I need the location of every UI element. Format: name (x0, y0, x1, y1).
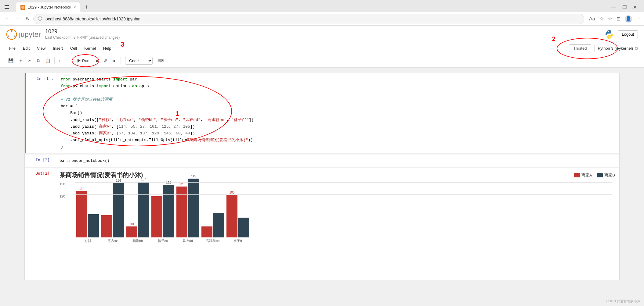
toolbar-sep2 (72, 57, 72, 64)
copy-btn[interactable]: ⧉ (35, 57, 42, 65)
toolbar-sep1 (54, 57, 55, 64)
y-label-150: 150 (60, 182, 65, 186)
run-btn[interactable]: Run (74, 57, 93, 65)
code-line-8: .add_yaxis("商家B", [57, 134, 137, 129, 14… (61, 130, 615, 137)
more-btn[interactable]: ··· (636, 16, 640, 22)
cell-1[interactable]: 1 In [1]: from pyecharts.charts import B… (25, 73, 619, 153)
logout-btn[interactable]: Logout (618, 30, 638, 38)
back-btn[interactable]: ← (4, 14, 12, 23)
new-tab-btn[interactable]: + (82, 4, 91, 11)
jupyter-brand: jupyter (19, 30, 41, 39)
output-content: 某商场销售情况(爱看书的小沐) 商家A 商家B (55, 168, 619, 258)
favorites-icon[interactable]: ☆ (599, 16, 604, 22)
svg-point-2 (8, 35, 9, 37)
tab-favicon (20, 5, 25, 10)
bar-group-6: 高跟鞋ee (201, 212, 224, 243)
code-line-4: bar = ( (61, 103, 615, 110)
legend-color-b (597, 173, 603, 177)
code-line-3: # V1 版本开始支持链式调用 (61, 96, 615, 103)
code-line-1: from pyecharts.charts import Bar (61, 76, 615, 83)
code-line-7: .add_yaxis("商家A", [114, 55, 27, 101, 125… (61, 123, 615, 130)
move-up-btn[interactable]: ↑ (56, 57, 63, 65)
forward-btn[interactable]: → (14, 14, 22, 23)
add-cell-btn[interactable]: ＋ (16, 56, 25, 65)
kernel-name: Python 3 (ipykernel) (598, 46, 633, 51)
kernel-status-circle (635, 47, 638, 50)
minimize-btn[interactable]: — (611, 4, 616, 10)
cell-prompt-1: In [1]: (26, 73, 56, 153)
menu-edit[interactable]: Edit (20, 45, 33, 52)
window-sidebar-btn[interactable] (2, 3, 11, 11)
bar-group-4: 129 裤子cc (151, 181, 174, 243)
save-btn[interactable]: 💾 (6, 57, 16, 65)
stop-btn[interactable]: ■ (94, 57, 100, 65)
restart-btn[interactable]: ↺ (101, 57, 109, 65)
menu-view[interactable]: View (34, 45, 49, 52)
code-line-5: Bar() (61, 110, 615, 116)
cell-2[interactable]: In [2]: bar.render_notebook() (25, 155, 619, 167)
menu-kernel[interactable]: Kernel (81, 45, 99, 52)
toolbar-sep3 (121, 57, 121, 64)
notebook-wrapper: 1 In [1]: from pyecharts.charts import B… (24, 73, 620, 280)
tab-close-btn[interactable]: × (74, 5, 76, 9)
svg-point-3 (14, 35, 16, 37)
chart-legend: 商家A 商家B (574, 173, 615, 178)
y-label-120: 120 (60, 194, 65, 198)
cell-output: Out[2]: 某商场销售情况(爱看书的小沐) 商家A 商家B (25, 168, 619, 258)
kernel-info: Python 3 (ipykernel) (598, 46, 638, 51)
tab-title: 1029 - Jupyter Notebook (28, 5, 71, 9)
run-label: Run (82, 59, 89, 63)
legend-color-a (574, 173, 580, 177)
code-line-blank (61, 90, 615, 96)
annotation-3: 3 (121, 41, 124, 48)
menu-insert[interactable]: Insert (50, 45, 66, 52)
bar-group-1: 114 衬衫 (76, 187, 99, 243)
reader-icon[interactable]: Aa (589, 16, 595, 22)
code-line-9: .set_global_opts(title_opts=opts.TitleOp… (61, 137, 615, 144)
refresh-btn[interactable]: ↻ (24, 15, 31, 23)
trusted-btn[interactable]: Trusted (569, 44, 592, 52)
checkpoint-info: Last Checkpoint: 3 分钟前 (unsaved changes) (45, 35, 120, 40)
cell-input-1[interactable]: from pyecharts.charts import Bar from py… (56, 73, 619, 153)
notebook-name[interactable]: 1029 (45, 28, 57, 34)
menu-file[interactable]: File (6, 45, 19, 52)
collection-icon[interactable]: ⊡ (617, 16, 620, 22)
cell-input-2[interactable]: bar.render_notebook() (55, 155, 619, 167)
kernel-separator (594, 45, 595, 52)
svg-point-1 (11, 30, 13, 32)
ssl-icon: ⓘ (38, 16, 42, 22)
bar-chart: 150 120 114 (60, 182, 615, 255)
code-line-10: ) (61, 144, 615, 150)
annotation-2-label: 2 (552, 35, 555, 42)
run-triangle-icon (78, 59, 81, 62)
legend-label-b: 商家B (604, 173, 615, 178)
cell-type-select[interactable]: Code (125, 57, 153, 65)
keyboard-btn[interactable]: ⌨ (155, 57, 166, 65)
csdn-watermark: CSDN @爱看书的小沐 (606, 299, 640, 304)
address-text[interactable]: localhost:8888/notebooks/HelloWorld/1029… (45, 16, 580, 21)
python-icon (604, 30, 614, 39)
menu-cell[interactable]: Cell (67, 45, 80, 52)
maximize-btn[interactable]: ❐ (622, 4, 627, 10)
paste-btn[interactable]: 📋 (43, 57, 52, 65)
bar-group-2: 134 毛衣xx (101, 179, 124, 243)
move-down-btn[interactable]: ↓ (64, 57, 70, 65)
annotation-1-label: 1 (175, 110, 179, 118)
code-line-6: .add_xaxis(["衬衫", "毛衣xx", "领带bb", "裤子cc"… (61, 117, 615, 123)
close-btn[interactable]: ✕ (633, 4, 637, 10)
fast-forward-btn[interactable]: ⏭ (110, 57, 119, 65)
bar-group-5: 125 145 风衣dd (176, 175, 199, 243)
output-prompt: Out[2]: (25, 168, 55, 258)
jupyter-icon (6, 29, 17, 40)
bar-group-7: 105 袜子ff (226, 191, 249, 243)
code-render: bar.render_notebook() (60, 158, 615, 164)
profile-icon: 👤 (625, 15, 632, 23)
browser-tab[interactable]: 1029 - Jupyter Notebook × (16, 2, 80, 12)
bookmark-icon[interactable]: ☆ (608, 16, 612, 22)
jupyter-logo[interactable]: jupyter (6, 29, 41, 40)
code-line-2: from pyecharts import options as opts (61, 83, 615, 90)
menu-help[interactable]: Help (100, 45, 114, 52)
bars-area: 114 衬衫 (76, 182, 615, 243)
cut-btn[interactable]: ✂ (26, 57, 34, 65)
legend-label-a: 商家A (581, 173, 592, 178)
